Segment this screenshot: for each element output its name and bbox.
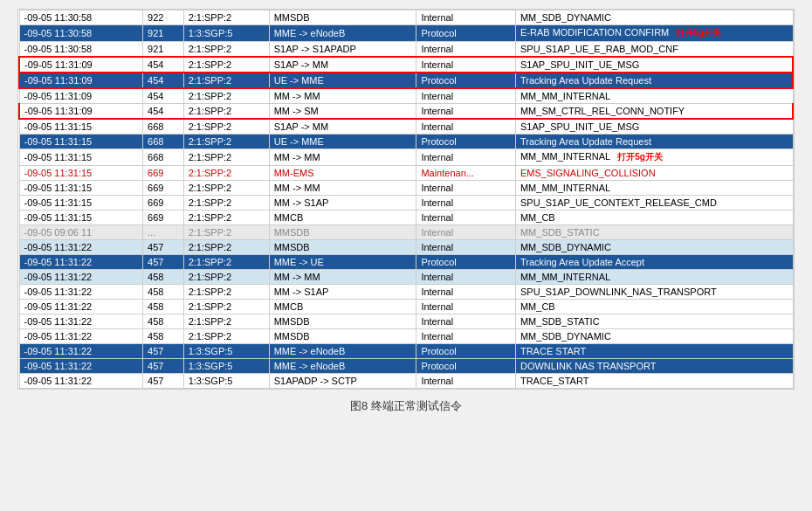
table-cell: 2:1:SPP:2: [183, 255, 269, 270]
figure-caption: 图8 终端正常测试信令: [350, 398, 462, 414]
table-cell: MM -> MM: [269, 149, 416, 166]
table-cell: 2:1:SPP:2: [183, 314, 269, 329]
table-cell: S1AP -> MM: [269, 119, 416, 135]
table-cell: 668: [143, 119, 184, 135]
table-cell: MM_SM_CTRL_REL_CONN_NOTIFY: [515, 104, 793, 120]
table-cell: 921: [143, 25, 184, 42]
table-cell: Internal: [416, 225, 516, 240]
table-row: -09-05 11:31:094542:1:SPP:2S1AP -> MMInt…: [19, 57, 793, 73]
table-cell: -09-05 11:31:22: [19, 329, 143, 344]
table-cell: Internal: [416, 181, 516, 196]
table-cell: Tracking Area Update Request: [515, 73, 793, 88]
table-row: -09-05 11:31:094542:1:SPP:2UE -> MMEProt…: [19, 73, 793, 88]
table-cell: -09-05 11:31:22: [19, 285, 143, 300]
table-row: -09-05 11:31:156692:1:SPP:2MM -> S1APInt…: [19, 196, 793, 211]
table-row: -09-05 11:31:156682:1:SPP:2UE -> MMEProt…: [19, 135, 793, 149]
table-row: -09-05 11:31:156692:1:SPP:2MMCBInternalM…: [19, 211, 793, 225]
table-row: -09-05 11:30:589211:3:SGP:5MME -> eNodeB…: [19, 25, 793, 42]
table-cell: MM_SDB_DYNAMIC: [515, 329, 793, 344]
table-cell: Internal: [416, 88, 516, 104]
table-cell: 458: [143, 270, 184, 285]
table-cell: -09-05 11:31:22: [19, 374, 143, 389]
table-cell: -09-05 11:31:09: [19, 104, 143, 120]
table-cell: Internal: [416, 149, 516, 166]
table-cell: 457: [143, 240, 184, 255]
table-cell: ...: [143, 225, 184, 240]
table-cell: MME -> eNodeB: [269, 359, 416, 374]
table-cell: 2:1:SPP:2: [183, 10, 269, 25]
table-cell: Internal: [416, 329, 516, 344]
table-row: -09-05 11:31:094542:1:SPP:2MM -> SMInter…: [19, 104, 793, 120]
table-cell: 669: [143, 166, 184, 181]
annotation-text: 打开5g开关: [676, 28, 721, 38]
data-table: -09-05 11:30:589222:1:SPP:2MMSDBInternal…: [18, 10, 794, 389]
table-cell: Internal: [416, 314, 516, 329]
table-cell: MM-EMS: [269, 166, 416, 181]
table-cell: MMCB: [269, 300, 416, 314]
table-cell: 921: [143, 42, 184, 58]
table-cell: -09-05 11:31:15: [19, 196, 143, 211]
table-cell: Internal: [416, 211, 516, 225]
table-cell: 2:1:SPP:2: [183, 196, 269, 211]
table-cell: -09-05 11:31:15: [19, 135, 143, 149]
table-cell: Protocol: [416, 73, 516, 88]
table-cell: S1AP -> MM: [269, 57, 416, 73]
signal-table: -09-05 11:30:589222:1:SPP:2MMSDBInternal…: [17, 9, 795, 390]
table-cell: -09-05 11:31:22: [19, 359, 143, 374]
table-cell: 458: [143, 314, 184, 329]
table-cell: 1:3:SGP:5: [183, 25, 269, 42]
table-cell: Internal: [416, 57, 516, 73]
table-row: -09-05 11:31:094542:1:SPP:2MM -> MMInter…: [19, 88, 793, 104]
table-cell: MME -> UE: [269, 255, 416, 270]
table-row: -09-05 11:31:224571:3:SGP:5S1APADP -> SC…: [19, 374, 793, 389]
table-cell: E-RAB MODIFICATION CONFIRM打开5g开关: [515, 25, 793, 42]
table-cell: SPU_S1AP_DOWNLINK_NAS_TRANSPORT: [515, 285, 793, 300]
table-row: -09-05 11:31:224582:1:SPP:2MM -> S1APInt…: [19, 285, 793, 300]
table-cell: 458: [143, 285, 184, 300]
table-cell: 2:1:SPP:2: [183, 329, 269, 344]
table-cell: TRACE_START: [515, 374, 793, 389]
table-cell: Internal: [416, 196, 516, 211]
table-cell: Protocol: [416, 344, 516, 359]
table-row: -09-05 11:31:224582:1:SPP:2MMSDBInternal…: [19, 329, 793, 344]
table-cell: Protocol: [416, 359, 516, 374]
table-cell: MM -> MM: [269, 181, 416, 196]
table-cell: 2:1:SPP:2: [183, 166, 269, 181]
table-cell: MM -> MM: [269, 270, 416, 285]
table-cell: Internal: [416, 285, 516, 300]
table-cell: MM_SDB_STATIC: [515, 314, 793, 329]
table-cell: 2:1:SPP:2: [183, 149, 269, 166]
table-cell: -09-05 09:06 11: [19, 225, 143, 240]
table-cell: Protocol: [416, 25, 516, 42]
table-cell: MM_MM_INTERNAL: [515, 88, 793, 104]
table-cell: 2:1:SPP:2: [183, 88, 269, 104]
table-cell: 2:1:SPP:2: [183, 119, 269, 135]
table-cell: 454: [143, 57, 184, 73]
table-row: -09-05 11:31:156682:1:SPP:2S1AP -> MMInt…: [19, 119, 793, 135]
table-cell: -09-05 11:31:22: [19, 344, 143, 359]
table-cell: 922: [143, 10, 184, 25]
table-cell: EMS_SIGNALING_COLLISION: [515, 166, 793, 181]
table-cell: Internal: [416, 42, 516, 58]
table-cell: UE -> MME: [269, 135, 416, 149]
table-cell: MMSDB: [269, 225, 416, 240]
table-cell: S1AP_SPU_INIT_UE_MSG: [515, 119, 793, 135]
table-cell: -09-05 11:31:15: [19, 166, 143, 181]
table-cell: 458: [143, 329, 184, 344]
table-cell: 1:3:SGP:5: [183, 359, 269, 374]
table-cell: DOWNLINK NAS TRANSPORT: [515, 359, 793, 374]
table-cell: Internal: [416, 374, 516, 389]
table-cell: 457: [143, 359, 184, 374]
annotation-text: 打开5g开关: [617, 152, 663, 162]
table-cell: SPU_S1AP_UE_E_RAB_MOD_CNF: [515, 42, 793, 58]
table-cell: MMSDB: [269, 240, 416, 255]
table-cell: -09-05 11:31:15: [19, 211, 143, 225]
table-row: -09-05 11:31:224582:1:SPP:2MM -> MMInter…: [19, 270, 793, 285]
table-cell: MM -> S1AP: [269, 285, 416, 300]
table-cell: 2:1:SPP:2: [183, 300, 269, 314]
table-cell: -09-05 11:31:22: [19, 255, 143, 270]
table-cell: 669: [143, 181, 184, 196]
table-cell: -09-05 11:30:58: [19, 10, 143, 25]
table-cell: S1AP_SPU_INIT_UE_MSG: [515, 57, 793, 73]
table-cell: Tracking Area Update Accept: [515, 255, 793, 270]
